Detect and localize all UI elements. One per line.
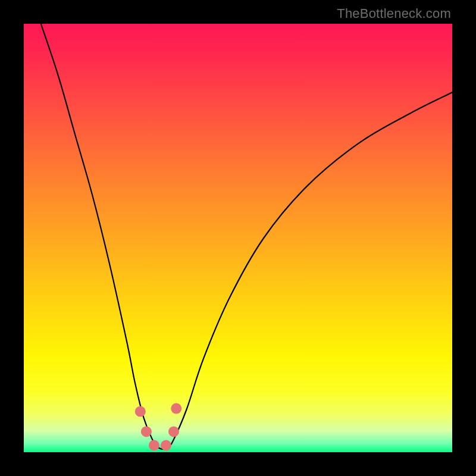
attribution-text: TheBottleneck.com <box>337 6 451 21</box>
curve-marker <box>171 403 181 414</box>
curve-marker <box>168 426 179 437</box>
curve-marker <box>141 426 152 437</box>
curve-marker <box>135 406 146 417</box>
curve-marker <box>149 440 159 451</box>
marker-group <box>135 403 181 451</box>
curve-svg <box>24 24 452 452</box>
plot-area <box>24 24 452 452</box>
chart-frame: TheBottleneck.com <box>0 0 476 476</box>
curve-marker <box>161 440 171 451</box>
bottleneck-curve <box>41 24 452 449</box>
